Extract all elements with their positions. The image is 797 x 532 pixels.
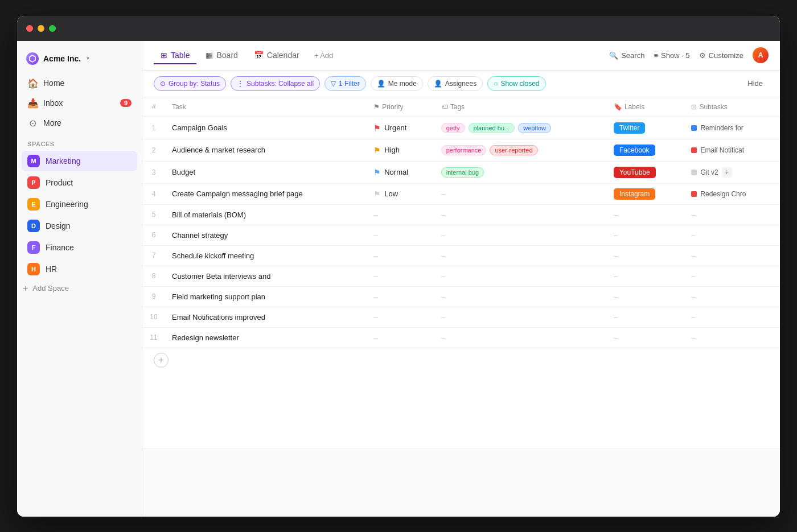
table-row[interactable]: 4Create Campaign messaging brief page⚑Lo… <box>142 183 780 204</box>
label-cell[interactable]: – <box>607 245 685 266</box>
sidebar-item-engineering[interactable]: E Engineering <box>22 194 137 215</box>
task-name[interactable]: Customer Beta interviews and <box>165 266 367 286</box>
col-subtasks[interactable]: ⊡ Subtasks <box>684 97 780 117</box>
tag[interactable]: webflow <box>518 123 551 133</box>
col-labels[interactable]: 🔖 Labels <box>607 97 685 117</box>
task-name[interactable]: Audience & market research <box>165 139 367 161</box>
search-button[interactable]: 🔍 Search <box>609 51 644 60</box>
col-tags[interactable]: 🏷 Tags <box>434 97 607 117</box>
maximize-button[interactable] <box>49 25 56 32</box>
subtask-cell[interactable]: – <box>684 225 780 245</box>
subtask-cell[interactable]: – <box>684 204 780 225</box>
priority-cell[interactable]: – <box>367 204 434 225</box>
table-row[interactable]: 1Campaign Goals⚑Urgentgettyplanned bu...… <box>142 117 780 139</box>
label-cell[interactable]: Instagram <box>607 183 685 204</box>
tags-cell[interactable]: – <box>434 204 607 225</box>
col-priority[interactable]: ⚑ Priority <box>367 97 434 117</box>
sidebar-item-inbox[interactable]: 📥 Inbox 9 <box>22 94 137 113</box>
sidebar-item-marketing[interactable]: M Marketing <box>22 151 137 171</box>
tab-calendar[interactable]: 📅 Calendar <box>247 47 306 64</box>
tag[interactable]: performance <box>441 145 487 155</box>
sidebar-item-finance[interactable]: F Finance <box>22 237 137 258</box>
subtask-cell[interactable]: – <box>684 245 780 266</box>
tags-cell[interactable]: – <box>434 266 607 286</box>
subtask-cell[interactable]: – <box>684 327 780 348</box>
label-cell[interactable]: – <box>607 225 685 245</box>
hide-button[interactable]: Hide <box>742 76 769 90</box>
label-badge[interactable]: Facebook <box>614 145 655 156</box>
priority-cell[interactable]: ⚑Low <box>367 183 434 204</box>
add-row-button[interactable]: + <box>154 353 169 368</box>
subtask-cell[interactable]: Email Notificat <box>684 139 780 161</box>
subtask-cell[interactable]: – <box>684 286 780 307</box>
avatar[interactable]: A <box>753 47 769 63</box>
brand-button[interactable]: Acme Inc. ▾ <box>17 48 142 74</box>
table-row[interactable]: 7Schedule kickoff meeting–––– <box>142 245 780 266</box>
task-name[interactable]: Bill of materials (BOM) <box>165 204 367 225</box>
table-row[interactable]: 9Field marketing support plan–––– <box>142 286 780 307</box>
task-name[interactable]: Channel strategy <box>165 225 367 245</box>
show-closed-filter[interactable]: ○ Show closed <box>487 76 545 91</box>
task-name[interactable]: Field marketing support plan <box>165 286 367 307</box>
sidebar-item-design[interactable]: D Design <box>22 216 137 236</box>
priority-cell[interactable]: – <box>367 245 434 266</box>
label-cell[interactable]: Facebook <box>607 139 685 161</box>
subtask-cell[interactable]: Redesign Chro <box>684 183 780 204</box>
task-name[interactable]: Create Campaign messaging brief page <box>165 183 367 204</box>
sidebar-item-hr[interactable]: H HR <box>22 259 137 279</box>
table-row[interactable]: 6Channel strategy–––– <box>142 225 780 245</box>
close-button[interactable] <box>26 25 33 32</box>
label-cell[interactable]: – <box>607 266 685 286</box>
tags-cell[interactable]: – <box>434 245 607 266</box>
tags-cell[interactable]: – <box>434 183 607 204</box>
label-badge[interactable]: YouTubbe <box>614 167 656 178</box>
assignees-filter[interactable]: 👤 Assignees <box>428 76 483 91</box>
group-by-filter[interactable]: ⊙ Group by: Status <box>154 76 226 91</box>
priority-cell[interactable]: – <box>367 327 434 348</box>
tags-cell[interactable]: – <box>434 286 607 307</box>
task-name[interactable]: Schedule kickoff meeting <box>165 245 367 266</box>
tags-cell[interactable]: – <box>434 327 607 348</box>
label-badge[interactable]: Instagram <box>614 188 655 200</box>
task-name[interactable]: Budget <box>165 161 367 183</box>
minimize-button[interactable] <box>38 25 44 32</box>
subtasks-filter[interactable]: ⋮ Subtasks: Collapse all <box>231 76 320 91</box>
tag[interactable]: getty <box>441 123 465 133</box>
table-row[interactable]: 11Redesign newsletter–––– <box>142 327 780 348</box>
subtask-plus[interactable]: + <box>722 167 732 178</box>
add-space-button[interactable]: + Add Space <box>17 279 142 298</box>
task-name[interactable]: Email Notifications improved <box>165 307 367 327</box>
label-cell[interactable]: – <box>607 286 685 307</box>
table-row[interactable]: 2Audience & market research⚑Highperforma… <box>142 139 780 161</box>
add-view-button[interactable]: + Add <box>309 48 339 63</box>
sidebar-item-home[interactable]: 🏠 Home <box>22 74 137 93</box>
table-row[interactable]: 10Email Notifications improved–––– <box>142 307 780 327</box>
tag[interactable]: user-reported <box>490 145 537 155</box>
sidebar-item-product[interactable]: P Product <box>22 172 137 193</box>
label-cell[interactable]: YouTubbe <box>607 161 685 183</box>
subtask-cell[interactable]: – <box>684 266 780 286</box>
task-name[interactable]: Redesign newsletter <box>165 327 367 348</box>
label-badge[interactable]: Twitter <box>614 122 645 134</box>
tags-cell[interactable]: – <box>434 307 607 327</box>
label-cell[interactable]: – <box>607 307 685 327</box>
priority-cell[interactable]: – <box>367 307 434 327</box>
subtask-cell[interactable]: Reminders for <box>684 117 780 139</box>
table-row[interactable]: 3Budget⚑Normalinternal bugYouTubbeGit v2… <box>142 161 780 183</box>
tab-board[interactable]: ▦ Board <box>199 47 244 64</box>
tags-cell[interactable]: gettyplanned bu...webflow <box>434 117 607 139</box>
tag[interactable]: planned bu... <box>469 123 515 133</box>
label-cell[interactable]: – <box>607 327 685 348</box>
tags-cell[interactable]: performanceuser-reported <box>434 139 607 161</box>
priority-cell[interactable]: ⚑High <box>367 139 434 161</box>
me-mode-filter[interactable]: 👤 Me mode <box>371 76 423 91</box>
label-cell[interactable]: Twitter <box>607 117 685 139</box>
subtask-cell[interactable]: – <box>684 307 780 327</box>
tags-cell[interactable]: internal bug <box>434 161 607 183</box>
priority-cell[interactable]: – <box>367 286 434 307</box>
tags-cell[interactable]: – <box>434 225 607 245</box>
tab-table[interactable]: ⊞ Table <box>154 47 196 64</box>
priority-cell[interactable]: – <box>367 225 434 245</box>
col-task[interactable]: Task <box>165 97 367 117</box>
sidebar-item-more[interactable]: ⊙ More <box>22 114 137 133</box>
